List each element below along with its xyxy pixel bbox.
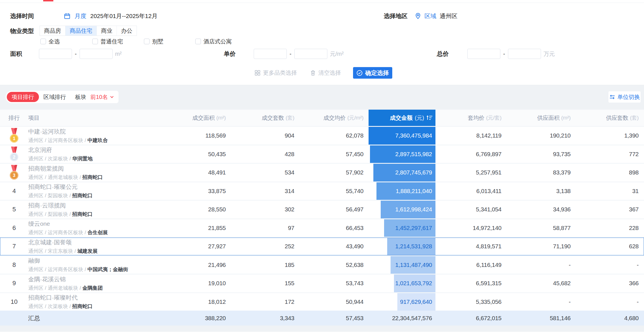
project-region-path: 通州区 / 运河商务区板块 /	[28, 138, 87, 143]
region-type-link[interactable]: 区域	[424, 12, 436, 20]
project-name[interactable]: 融御	[28, 257, 40, 265]
project-location-line: 通州区 / 次渠板块 / 华润置地	[28, 155, 93, 162]
project-cell: 缦云one通州区 / 运河商务区板块 / 合生创展	[28, 219, 158, 237]
project-region-path: 通州区 / 次渠板块 /	[28, 304, 72, 309]
deal-area-cell: 118,569	[158, 127, 226, 145]
unit-switch-button[interactable]: 单位切换	[608, 91, 641, 103]
rank-number: 6	[0, 219, 28, 237]
supply-area-cell: 71,190	[501, 238, 571, 255]
deal-avg-price-cell: 52,638	[294, 256, 363, 274]
project-developer: 招商蛇口	[72, 304, 93, 309]
ptype-tab-commodity-housing[interactable]: 商品房	[40, 26, 65, 36]
top-n-dropdown[interactable]: 前10名	[86, 91, 119, 103]
header-supply-units[interactable]: 供应套数(套)	[571, 110, 639, 126]
tab-region-ranking[interactable]: 区域排行	[39, 93, 71, 101]
project-location-line: 通州区 / 运河商务区板块 / 中国武夷；金融街	[28, 266, 128, 273]
more-categories-button[interactable]: 更多品类选择	[255, 67, 297, 79]
project-region-path: 通州区 / 梨园板块 /	[28, 211, 72, 217]
deal-amount-sorted-header[interactable]: 成交金额 (元)	[369, 110, 435, 126]
area-max-input[interactable]	[80, 49, 113, 59]
header-deal-avg-price[interactable]: 成交均价(元/m²)	[294, 110, 363, 126]
svg-text:1: 1	[13, 136, 16, 141]
calendar-icon[interactable]	[64, 13, 71, 19]
checkbox-ordinary-residential[interactable]: 普通住宅	[92, 38, 123, 45]
supply-area-cell: 58,877	[501, 219, 571, 237]
table-row-rank-7[interactable]: 7北京城建·国誉颂通州区 / 宋庄东板块 / 城建发展27,92725243,4…	[0, 237, 644, 255]
header-deal-amount[interactable]: 成交金额 (元)	[363, 110, 435, 126]
project-cell: 北京润府通州区 / 次渠板块 / 华润置地	[28, 145, 158, 163]
confirm-selection-button[interactable]: 确定选择	[353, 67, 392, 79]
clear-selection-button[interactable]: 清空选择	[310, 67, 341, 79]
table-row-rank-3[interactable]: 3招商朝棠揽阅通州区 / 通州老城板块 / 招商蛇口48,49153457,90…	[0, 163, 644, 182]
checkbox-box[interactable]	[92, 39, 98, 44]
checkbox-box[interactable]	[195, 39, 201, 44]
time-range-value[interactable]: 2025年01月--2025年12月	[90, 12, 157, 20]
table-row-rank-8[interactable]: 8融御通州区 / 运河商务区板块 / 中国武夷；金融街21,49618552,6…	[0, 255, 644, 274]
deal-avg-price-cell: 62,078	[294, 127, 363, 145]
checkbox-villa[interactable]: 别墅	[144, 38, 163, 45]
trash-icon	[310, 70, 316, 76]
project-name[interactable]: 缦云one	[28, 220, 50, 228]
grid-icon	[255, 70, 260, 76]
supply-units-cell: 228	[571, 219, 639, 237]
project-name[interactable]: 招商·云璟揽阅	[28, 202, 66, 209]
tab-project-ranking[interactable]: 项目排行	[7, 92, 39, 102]
project-name[interactable]: 北京城建·国誉颂	[28, 238, 72, 246]
region-value[interactable]: 通州区	[440, 12, 457, 20]
header-deal-units[interactable]: 成交套数(套)	[226, 110, 294, 126]
price-min-input[interactable]	[254, 49, 287, 59]
svg-text:2: 2	[13, 155, 16, 160]
deal-units-cell: 302	[226, 201, 294, 218]
price-range-label-wrap: 单价	[224, 49, 236, 59]
deal-avg-price-cell: 55,740	[294, 182, 363, 200]
checkbox-select-all[interactable]: 全选	[40, 38, 60, 45]
project-name[interactable]: 招商蛇口·璀璨公元	[28, 183, 78, 191]
deal-amount-bar: 1,612,998,424	[381, 201, 435, 218]
ptype-tab-office[interactable]: 办公	[117, 26, 137, 36]
price-max-input[interactable]	[294, 49, 327, 59]
ptype-tab-commodity-residential[interactable]: 商品住宅	[65, 26, 97, 36]
checkbox-box[interactable]	[144, 39, 150, 44]
unit-avg-price-cell: 5,335,056	[435, 293, 501, 311]
unit-avg-price-cell: 4,819,571	[435, 238, 501, 255]
project-name[interactable]: 北京润府	[28, 146, 52, 154]
deal-amount-bar: 1,452,297,617	[384, 219, 435, 237]
time-filter-label: 选择时间	[10, 12, 34, 20]
check-circle-icon	[356, 70, 363, 76]
checkbox-box[interactable]	[40, 39, 46, 44]
header-unit-avg-price[interactable]: 套均价(元/套)	[435, 110, 501, 126]
project-name[interactable]: 金隅·花溪云锦	[28, 275, 66, 283]
project-location-line: 通州区 / 通州老城板块 / 金隅集团	[28, 285, 103, 291]
table-body: 1中建·运河玖院通州区 / 运河商务区板块 / 中建玖合118,56990462…	[0, 126, 644, 311]
header-deal-area[interactable]: 成交面积(m²)	[158, 110, 226, 126]
header-supply-area[interactable]: 供应面积(m²)	[501, 110, 571, 126]
sort-descending-icon[interactable]	[426, 115, 433, 121]
table-row-rank-2[interactable]: 2北京润府通州区 / 次渠板块 / 华润置地50,43542857,4502,8…	[0, 145, 644, 163]
deal-amount-cell: 1,021,653,792	[363, 275, 435, 292]
deal-amount-bar: 7,360,475,984	[369, 127, 435, 145]
project-developer: 招商蛇口	[72, 211, 93, 217]
total-max-input[interactable]	[508, 49, 541, 59]
table-row-rank-6[interactable]: 6缦云one通州区 / 运河商务区板块 / 合生创展21,8559766,453…	[0, 218, 644, 237]
area-min-input[interactable]	[39, 49, 72, 59]
total-min-input[interactable]	[467, 49, 500, 59]
ptype-tab-commercial[interactable]: 商业	[97, 26, 117, 36]
table-row-rank-4[interactable]: 4招商蛇口·璀璨公元通州区 / 梨园板块 / 招商蛇口33,87531455,7…	[0, 182, 644, 200]
project-name[interactable]: 招商朝棠揽阅	[28, 165, 64, 172]
location-pin-icon[interactable]	[415, 13, 421, 19]
table-row-rank-1[interactable]: 1中建·运河玖院通州区 / 运河商务区板块 / 中建玖合118,56990462…	[0, 126, 644, 145]
checkbox-serviced-apartment[interactable]: 酒店式公寓	[195, 38, 232, 45]
table-row-rank-9[interactable]: 9金隅·花溪云锦通州区 / 通州老城板块 / 金隅集团19,01015553,7…	[0, 274, 644, 292]
project-name[interactable]: 招商蛇口·璀璨时代	[28, 294, 78, 302]
project-name[interactable]: 中建·运河玖院	[28, 128, 66, 136]
project-developer: 中建玖合	[87, 138, 108, 143]
time-mode-link[interactable]: 月度	[75, 12, 86, 20]
supply-area-cell: -	[501, 256, 571, 274]
table-row-rank-5[interactable]: 5招商·云璟揽阅通州区 / 梨园板块 / 招商蛇口28,55030256,497…	[0, 200, 644, 218]
project-cell: 中建·运河玖院通州区 / 运河商务区板块 / 中建玖合	[28, 127, 158, 145]
summary-deal-amount: 22,304,547,576	[363, 311, 435, 326]
rank-number: 5	[0, 201, 28, 218]
deal-area-cell: 28,550	[158, 201, 226, 218]
supply-units-cell: 628	[571, 238, 639, 255]
table-row-rank-10[interactable]: 10招商蛇口·璀璨时代通州区 / 次渠板块 / 招商蛇口18,01217250,…	[0, 292, 644, 311]
